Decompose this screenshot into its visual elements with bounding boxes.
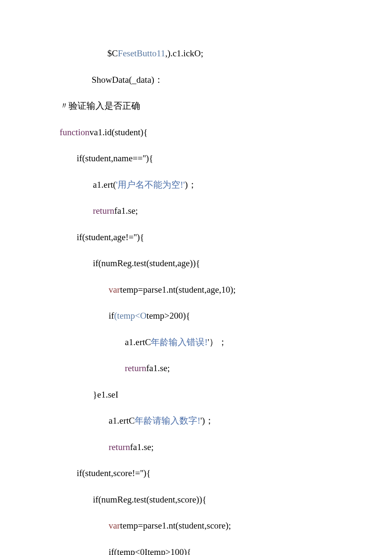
code-token: var: [109, 520, 120, 531]
code-token: )；: [185, 180, 197, 190]
code-line: if(temp<0Itemp>100){: [0, 546, 392, 555]
code-line: a1.ertC年龄请输入数字!')；: [0, 414, 392, 428]
code-line: if(numReg.test(student,score)){: [0, 493, 392, 507]
code-token: if(student,age!=''){: [77, 232, 144, 242]
code-token: ')；: [200, 416, 214, 426]
code-line: vartemp=parse1.nt(student,age,10);: [0, 283, 392, 297]
code-token: if: [109, 311, 114, 321]
code-line: functionva1.id(student){: [0, 126, 392, 139]
code-token: fa1.se;: [146, 363, 170, 373]
code-token: temp=parse1.nt(student,score);: [120, 520, 231, 531]
code-token: fa1.se;: [130, 442, 153, 452]
code-line: if(temp<Otemp>200){: [0, 309, 392, 323]
code-line: $CFesetButto11,).c1.ickO;: [0, 47, 392, 61]
document-page: $CFesetButto11,).c1.ickO;ShowData(_data)…: [0, 0, 392, 555]
code-token: var: [109, 285, 120, 295]
code-line: vartemp=parse1.nt(student,score);: [0, 519, 392, 533]
code-token: (temp<O: [114, 311, 147, 321]
code-token: fa1.se;: [114, 206, 138, 216]
code-line: a1.ert('用户名不能为空!')；: [0, 178, 392, 192]
code-token: temp>200){: [147, 311, 190, 321]
code-token: 年龄输入错误!: [151, 337, 208, 347]
code-token: a1.ert(: [93, 180, 116, 190]
code-token: 〃验证输入是否正确: [60, 101, 140, 111]
code-line: returnfa1.se;: [0, 204, 392, 218]
code-token: if(student,name==''){: [77, 153, 153, 163]
code-token: if(numReg.test(student,score)){: [93, 494, 207, 505]
code-line: ShowData(_data)：: [0, 73, 392, 87]
code-line: }e1.seI: [0, 388, 392, 402]
code-token: temp=parse1.nt(student,age,10);: [120, 285, 236, 295]
code-token: 年龄请输入数字!: [135, 416, 200, 426]
code-token: return: [125, 363, 146, 373]
code-token: ,).c1.ickO;: [165, 48, 203, 58]
code-line: a1.ertC年龄输入错误!'）；: [0, 336, 392, 349]
code-line: returnfa1.se;: [0, 362, 392, 375]
code-line: if(student,age!=''){: [0, 231, 392, 244]
code-token: if(numReg.test(student,age)){: [93, 258, 200, 268]
code-token: '用户名不能为空!': [116, 180, 185, 190]
code-line: if(student,score!=''){: [0, 467, 392, 480]
code-token: ShowData(_data)：: [92, 75, 163, 85]
code-line: if(numReg.test(student,age)){: [0, 257, 392, 270]
code-token: $C: [107, 48, 118, 58]
code-line: returnfa1.se;: [0, 441, 392, 454]
code-token: a1.ertC: [125, 337, 151, 347]
code-token: if(temp<0Itemp>100){: [109, 547, 191, 555]
code-token: '）；: [208, 337, 227, 347]
code-token: }e1.seI: [93, 389, 118, 400]
code-token: return: [109, 442, 130, 452]
code-token: FesetButto11: [118, 48, 165, 58]
code-token: if(student,score!=''){: [77, 468, 151, 478]
code-token: return: [93, 206, 114, 216]
code-line: 〃验证输入是否正确: [0, 99, 392, 113]
code-token: function: [60, 127, 89, 137]
code-block: $CFesetButto11,).c1.ickO;ShowData(_data)…: [0, 47, 392, 555]
code-token: va1.id(student){: [89, 127, 148, 137]
code-token: a1.ertC: [109, 416, 135, 426]
code-line: if(student,name==''){: [0, 152, 392, 166]
